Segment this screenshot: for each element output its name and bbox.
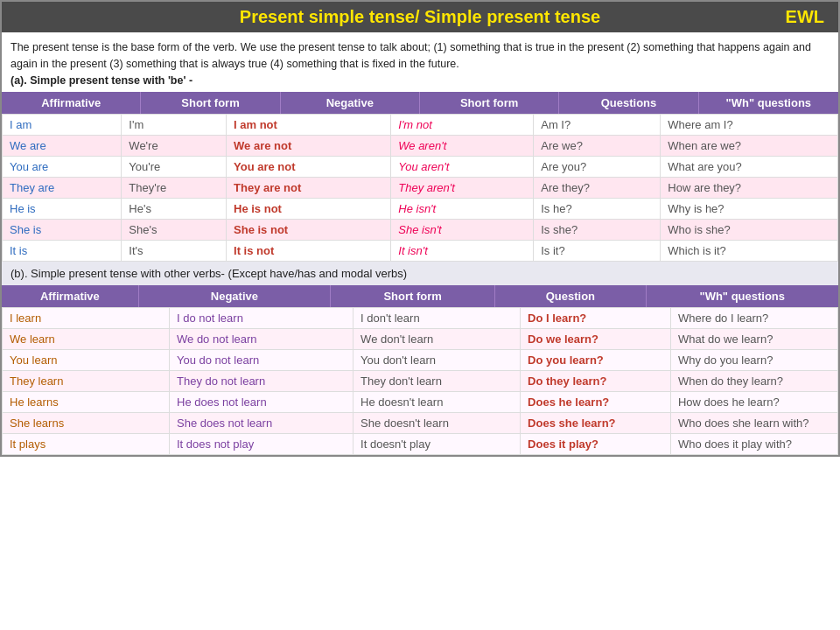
table-cell: I do not learn	[170, 308, 354, 329]
table-cell: He doesn't learn	[354, 392, 521, 413]
table-cell: They are	[3, 178, 122, 199]
section-b-label: (b). Simple present tense with other ver…	[2, 262, 838, 285]
table-cell: Which is it?	[661, 241, 838, 262]
table-cell: Why is he?	[661, 199, 838, 220]
table-cell: Do we learn?	[521, 329, 671, 350]
table-cell: How does he learn?	[670, 392, 837, 413]
page-container: Present simple tense/ Simple present ten…	[0, 0, 840, 457]
table-cell: What are you?	[661, 157, 838, 178]
col-head-short-b: Short form	[331, 285, 495, 307]
table-cell: He's	[122, 199, 227, 220]
table-cell: He learns	[3, 392, 170, 413]
table-row: They areThey'reThey are notThey aren'tAr…	[3, 178, 838, 199]
table-cell: She isn't	[391, 220, 534, 241]
table-cell: When are we?	[661, 136, 838, 157]
col-head-affirm-a: Affirmative	[2, 92, 141, 114]
table-cell: It is	[3, 241, 122, 262]
table-cell: We do not learn	[170, 329, 354, 350]
table-cell: You do not learn	[170, 350, 354, 371]
table-row: It isIt'sIt is notIt isn'tIs it?Which is…	[3, 241, 838, 262]
col-head-neg-a: Negative	[281, 92, 420, 114]
table-cell: Are we?	[534, 136, 661, 157]
table-row: He learnsHe does not learnHe doesn't lea…	[3, 392, 838, 413]
section-a-label: (a). Simple present tense with 'be' -	[10, 74, 192, 87]
table-cell: He is	[3, 199, 122, 220]
col-head-questions-a: Questions	[559, 92, 698, 114]
table-cell: It plays	[3, 434, 170, 455]
table-row: He isHe'sHe is notHe isn'tIs he?Why is h…	[3, 199, 838, 220]
table-cell: How are they?	[661, 178, 838, 199]
table-cell: Do I learn?	[521, 308, 671, 329]
table-cell: When do they learn?	[670, 371, 837, 392]
table-cell: He does not learn	[170, 392, 354, 413]
table-cell: She doesn't learn	[354, 413, 521, 434]
table-row: I learnI do not learnI don't learnDo I l…	[3, 308, 838, 329]
table-cell: We are not	[227, 136, 391, 157]
table-row: She learnsShe does not learnShe doesn't …	[3, 413, 838, 434]
table-cell: You are not	[227, 157, 391, 178]
table-cell: I am	[3, 115, 122, 136]
table-a: I amI'mI am notI'm notAm I?Where am I?We…	[2, 114, 838, 262]
table-cell: Who is she?	[661, 220, 838, 241]
table-cell: Are they?	[534, 178, 661, 199]
table-row: She isShe'sShe is notShe isn'tIs she?Who…	[3, 220, 838, 241]
table-cell: I am not	[227, 115, 391, 136]
table-row: We areWe'reWe are notWe aren'tAre we?Whe…	[3, 136, 838, 157]
table-cell: I learn	[3, 308, 170, 329]
table-cell: She is	[3, 220, 122, 241]
col-head-wh-b: "Wh" questions	[647, 285, 838, 307]
table-cell: She does not learn	[170, 413, 354, 434]
col-head-neg-b: Negative	[139, 285, 331, 307]
table-cell: Do you learn?	[521, 350, 671, 371]
table-cell: Does she learn?	[521, 413, 671, 434]
table-row: You learnYou do not learnYou don't learn…	[3, 350, 838, 371]
table-cell: Does it play?	[521, 434, 671, 455]
table-cell: They are not	[227, 178, 391, 199]
table-cell: I don't learn	[354, 308, 521, 329]
table-b: I learnI do not learnI don't learnDo I l…	[2, 307, 838, 455]
title-row: Present simple tense/ Simple present ten…	[2, 2, 838, 32]
table-cell: You're	[122, 157, 227, 178]
table-row: It playsIt does not playIt doesn't playD…	[3, 434, 838, 455]
table-cell: Where do I learn?	[670, 308, 837, 329]
table-cell: It doesn't play	[354, 434, 521, 455]
table-cell: You don't learn	[354, 350, 521, 371]
table-cell: They aren't	[391, 178, 534, 199]
table-cell: Why do you learn?	[670, 350, 837, 371]
table-cell: Do they learn?	[521, 371, 671, 392]
col-head-short2-a: Short form	[420, 92, 559, 114]
table-cell: We are	[3, 136, 122, 157]
section-a-header: Affirmative Short form Negative Short fo…	[2, 92, 838, 114]
intro-text: The present tense is the base form of th…	[10, 41, 811, 70]
table-cell: They do not learn	[170, 371, 354, 392]
ewl-label: EWL	[772, 7, 824, 27]
table-cell: They learn	[3, 371, 170, 392]
table-cell: What do we learn?	[670, 329, 837, 350]
table-cell: He is not	[227, 199, 391, 220]
table-row: I amI'mI am notI'm notAm I?Where am I?	[3, 115, 838, 136]
table-cell: Who does it play with?	[670, 434, 837, 455]
table-cell: Are you?	[534, 157, 661, 178]
col-head-affirm-b: Affirmative	[2, 285, 139, 307]
table-cell: You learn	[3, 350, 170, 371]
table-cell: He isn't	[391, 199, 534, 220]
table-cell: It does not play	[170, 434, 354, 455]
table-cell: Is it?	[534, 241, 661, 262]
table-cell: We don't learn	[354, 329, 521, 350]
table-cell: They don't learn	[354, 371, 521, 392]
intro-box: The present tense is the base form of th…	[2, 32, 838, 92]
table-cell: She is not	[227, 220, 391, 241]
table-cell: They're	[122, 178, 227, 199]
table-cell: She's	[122, 220, 227, 241]
table-cell: You aren't	[391, 157, 534, 178]
table-cell: I'm	[122, 115, 227, 136]
table-cell: Am I?	[534, 115, 661, 136]
col-head-short-a: Short form	[141, 92, 280, 114]
table-cell: Who does she learn with?	[670, 413, 837, 434]
page-title: Present simple tense/ Simple present ten…	[68, 7, 772, 27]
section-b-header: Affirmative Negative Short form Question…	[2, 285, 838, 307]
table-cell: We aren't	[391, 136, 534, 157]
table-cell: It isn't	[391, 241, 534, 262]
table-cell: It is not	[227, 241, 391, 262]
col-head-question-b: Question	[495, 285, 646, 307]
